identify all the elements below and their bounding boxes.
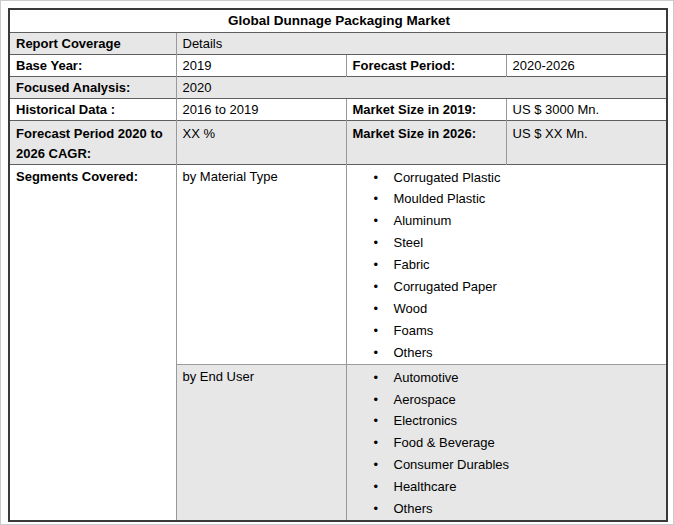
segment-item-label: Others (394, 345, 433, 360)
segment-item-label: Aluminum (394, 213, 452, 228)
forecast-cagr-value: XX % (176, 120, 346, 164)
bullet-icon: • (374, 389, 394, 411)
segment-list-item: •Healthcare (347, 476, 667, 498)
market-size-2019-value: US $ 3000 Mn. (506, 98, 667, 120)
segment-list-item: •Electronics (347, 410, 667, 432)
segment-item-label: Corrugated Plastic (394, 170, 501, 185)
forecast-period-label: Forecast Period: (346, 54, 506, 76)
bullet-icon: • (374, 498, 394, 520)
forecast-cagr-label: Forecast Period 2020 to 2026 CAGR: (9, 120, 176, 164)
segment-item-label: Fabric (394, 257, 430, 272)
bullet-icon: • (374, 232, 394, 254)
bullet-icon: • (374, 254, 394, 276)
segment-item-label: Automotive (394, 370, 459, 385)
segment-list-item: •Corrugated Plastic (347, 167, 667, 189)
segment-list-item: •Fabric (347, 254, 667, 276)
segment-item-label: Food & Beverage (394, 435, 495, 450)
segment-item-label: Electronics (394, 413, 458, 428)
segment-group-material-type: by Material Type (176, 164, 346, 364)
focused-analysis-label: Focused Analysis: (9, 76, 176, 98)
segment-list-item: •Automotive (347, 367, 667, 389)
base-year-value: 2019 (176, 54, 346, 76)
end-user-list: •Automotive •Aerospace •Electronics •Foo… (347, 365, 667, 520)
segment-list-item: •Aluminum (347, 210, 667, 232)
segment-group-end-user: by End User (176, 364, 346, 521)
segment-item-label: Others (394, 501, 433, 516)
segment-list-item: •Foams (347, 320, 667, 342)
segment-list-item: •Aerospace (347, 389, 667, 411)
bullet-icon: • (374, 432, 394, 454)
segment-item-label: Consumer Durables (394, 457, 510, 472)
forecast-period-value: 2020-2026 (506, 54, 667, 76)
bullet-icon: • (374, 188, 394, 210)
report-coverage-label: Report Coverage (9, 32, 176, 54)
table-title: Global Dunnage Packaging Market (9, 9, 667, 32)
historical-data-label: Historical Data : (9, 98, 176, 120)
base-year-label: Base Year: (9, 54, 176, 76)
market-size-2026-label: Market Size in 2026: (346, 120, 506, 164)
historical-data-value: 2016 to 2019 (176, 98, 346, 120)
report-coverage-value: Details (176, 32, 667, 54)
market-report-table: Global Dunnage Packaging Market Report C… (8, 8, 668, 522)
bullet-icon: • (374, 298, 394, 320)
bullet-icon: • (374, 320, 394, 342)
end-user-items-cell: •Automotive •Aerospace •Electronics •Foo… (346, 364, 667, 521)
segment-item-label: Wood (394, 301, 428, 316)
segments-covered-label: Segments Covered: (9, 164, 176, 521)
bullet-icon: • (374, 476, 394, 498)
bullet-icon: • (374, 167, 394, 189)
report-page: Global Dunnage Packaging Market Report C… (0, 0, 674, 525)
bullet-icon: • (374, 342, 394, 364)
bullet-icon: • (374, 210, 394, 232)
material-type-items-cell: •Corrugated Plastic •Moulded Plastic •Al… (346, 164, 667, 364)
bullet-icon: • (374, 367, 394, 389)
segment-item-label: Steel (394, 235, 424, 250)
material-type-list: •Corrugated Plastic •Moulded Plastic •Al… (347, 165, 667, 364)
segment-item-label: Aerospace (394, 392, 456, 407)
segment-list-item: •Steel (347, 232, 667, 254)
segment-list-item: •Moulded Plastic (347, 188, 667, 210)
focused-analysis-value: 2020 (176, 76, 667, 98)
segment-list-item: •Wood (347, 298, 667, 320)
segment-list-item: •Consumer Durables (347, 454, 667, 476)
segment-item-label: Foams (394, 323, 434, 338)
segment-list-item: •Others (347, 342, 667, 364)
bullet-icon: • (374, 276, 394, 298)
segment-list-item: •Food & Beverage (347, 432, 667, 454)
segment-item-label: Corrugated Paper (394, 279, 497, 294)
segment-list-item: •Others (347, 498, 667, 520)
market-size-2019-label: Market Size in 2019: (346, 98, 506, 120)
table-wrapper: Global Dunnage Packaging Market Report C… (8, 8, 668, 522)
segment-item-label: Moulded Plastic (394, 191, 486, 206)
bullet-icon: • (374, 410, 394, 432)
market-size-2026-value: US $ XX Mn. (506, 120, 667, 164)
bullet-icon: • (374, 454, 394, 476)
segment-list-item: •Corrugated Paper (347, 276, 667, 298)
segment-item-label: Healthcare (394, 479, 457, 494)
